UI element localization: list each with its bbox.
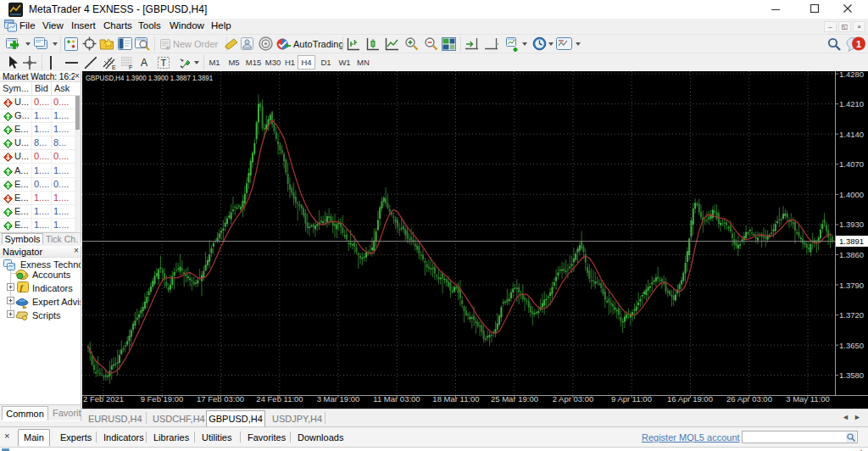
svg-text:1: 1 [856,39,861,49]
svg-text:1.3790: 1.3790 [839,281,864,290]
svg-text:1.4070: 1.4070 [839,159,864,169]
svg-text:26 Apr 03:00: 26 Apr 03:00 [726,394,772,404]
svg-text:2 Feb 2021: 2 Feb 2021 [83,394,124,404]
svg-text:F: F [129,64,132,70]
svg-text:1.3860: 1.3860 [839,250,864,259]
svg-text:GBPUSD,H4 1.3900 1.3900 1.388: GBPUSD,H4 1.3900 1.3900 1.3887 1.3891 [86,74,213,82]
svg-text:Expert Adviso: Expert Adviso [32,297,81,307]
svg-text:9 Feb 19:00: 9 Feb 19:00 [141,394,184,404]
svg-text:Indicators: Indicators [32,283,73,293]
svg-text:24 Feb 11:00: 24 Feb 11:00 [256,394,303,404]
svg-text:16 Apr 19:00: 16 Apr 19:00 [667,394,713,404]
svg-text:1.3650: 1.3650 [839,341,864,350]
svg-text:1.4140: 1.4140 [839,130,864,139]
svg-text:1.4000: 1.4000 [839,190,864,199]
svg-text:18 Mar 11:00: 18 Mar 11:00 [432,394,479,404]
svg-text:3 Mar 19:00: 3 Mar 19:00 [317,394,360,404]
svg-text:2 Apr 03:00: 2 Apr 03:00 [553,394,594,404]
svg-text:Accounts: Accounts [32,270,71,280]
svg-text:1.3720: 1.3720 [839,310,864,320]
svg-text:T: T [161,58,167,68]
svg-text:1.4210: 1.4210 [839,99,864,109]
svg-text:1.4280: 1.4280 [839,71,864,79]
svg-text:E: E [112,64,116,70]
svg-text:Scripts: Scripts [32,310,61,320]
svg-text:1.3891: 1.3891 [839,237,864,246]
svg-text:9 Apr 11:00: 9 Apr 11:00 [611,394,652,404]
svg-text:3 May 11:00: 3 May 11:00 [786,394,830,404]
svg-text:11 Mar 03:00: 11 Mar 03:00 [373,394,420,404]
svg-text:1.3930: 1.3930 [839,220,864,229]
svg-text:25 Mar 19:00: 25 Mar 19:00 [491,394,538,404]
svg-text:Exness Technolog: Exness Technolog [20,259,81,270]
svg-text:1.3580: 1.3580 [839,370,864,380]
svg-text:17 Feb 03:00: 17 Feb 03:00 [197,394,244,404]
